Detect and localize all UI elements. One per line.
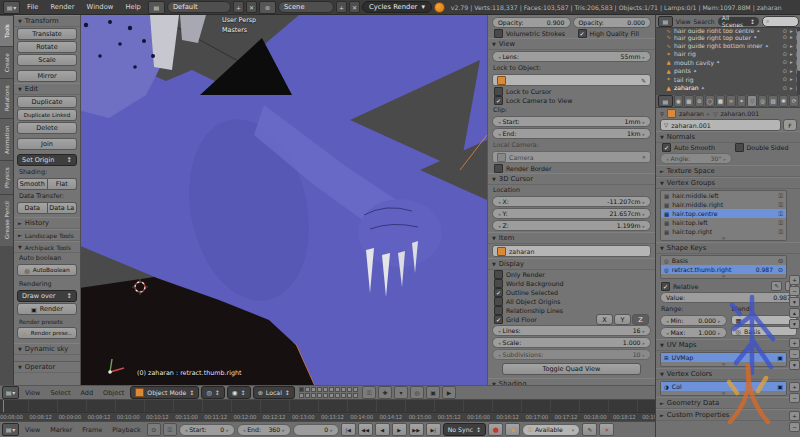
vertex-group-row[interactable]: ▦hair.top.left⚿ — [661, 218, 786, 227]
select-icon[interactable]: ▸ — [790, 85, 793, 91]
editor-type-3dview-icon[interactable]: ▤▾ — [2, 386, 19, 399]
outliner-row[interactable]: ✶hair rig ⊙▸▣ — [656, 50, 800, 58]
eyedropper-icon[interactable]: ✎ — [641, 77, 646, 84]
delete-keyframe-button[interactable]: ✕ — [599, 423, 614, 436]
render-border-checkbox[interactable]: ✓Render Border — [488, 164, 655, 173]
list-resize-grip[interactable]: ≡ — [661, 362, 786, 366]
grid-lines-field[interactable]: ◂ Lines:16 ▸ — [492, 325, 651, 336]
tab-particles[interactable]: ✺ — [779, 95, 789, 107]
mesh-name-field[interactable]: ▽zaharan.001 — [660, 119, 781, 131]
panel-display[interactable]: ▼Display — [488, 258, 655, 270]
auto-key-mode-button[interactable]: ◆ — [505, 423, 520, 436]
eye-icon[interactable]: ⊙ — [782, 28, 787, 33]
render-engine-selector[interactable]: Cycles Render▾ — [362, 1, 432, 13]
axis-x-button[interactable]: X — [596, 314, 613, 325]
lock-icon[interactable]: ⚿ — [362, 386, 376, 399]
operator-panel[interactable]: ▼Operator — [14, 361, 80, 373]
mute-icon[interactable]: ⊙ — [778, 266, 783, 273]
select-icon[interactable]: ▸ — [790, 76, 793, 82]
add-vgroup-button[interactable]: + — [789, 275, 800, 285]
snap-element-dropdown[interactable]: ▾ — [394, 386, 408, 399]
rotate-button[interactable]: Rotate — [17, 41, 77, 53]
outliner-row[interactable]: ▲mouth cavity✦ ⊙▸▣ — [656, 58, 800, 66]
lock-icon[interactable]: ⚿ — [778, 219, 783, 227]
panel-archipack-tools[interactable]: ▼Archipack Tools — [14, 241, 80, 253]
move-up-button[interactable]: ▴ — [789, 308, 800, 318]
timeline-tracks[interactable] — [0, 400, 655, 412]
remove-shapekey-button[interactable]: − — [789, 349, 800, 359]
remove-vgroup-button[interactable]: − — [789, 286, 800, 296]
cursor-y-field[interactable]: ◂ Y:21.657cm ▸ — [492, 208, 651, 219]
panel-3d-cursor[interactable]: ▼3D Cursor — [488, 173, 655, 185]
tab-render[interactable]: ◉ — [674, 95, 684, 107]
panel-view[interactable]: ▼View — [488, 38, 655, 50]
all-origins-checkbox[interactable]: ✓All Object Origins — [488, 297, 655, 306]
play-reverse-button[interactable]: ◀ — [375, 423, 390, 436]
scale-button[interactable]: Scale — [17, 54, 77, 66]
add-scene-button[interactable]: + — [336, 1, 347, 13]
menu-window[interactable]: Window — [82, 3, 119, 11]
tab-material[interactable]: ◎ — [758, 95, 768, 107]
fake-user-button[interactable]: F — [783, 119, 797, 131]
eye-icon[interactable]: ⊙ — [782, 68, 787, 74]
scene-selector[interactable]: Scene — [278, 1, 334, 13]
frame-start-field[interactable]: ◂ Start:0 ▸ — [179, 424, 235, 436]
shape-key-value-slider[interactable]: Value:0.987 — [660, 292, 797, 303]
frame-end-field[interactable]: ◂ End:360 ▸ — [237, 424, 291, 436]
menu-help[interactable]: Help — [120, 3, 146, 11]
range-max-field[interactable]: ◂ Max:1.000 ▸ — [660, 327, 727, 338]
render-opengl-anim-icon[interactable]: ▶ — [442, 386, 456, 399]
range-min-field[interactable]: ◂ Min:0.000 ▸ — [660, 315, 727, 326]
tab-texture[interactable]: ▨ — [768, 95, 778, 107]
eye-icon[interactable]: ⊙ — [782, 43, 787, 49]
relative-checkbox[interactable]: ✓ — [661, 282, 670, 291]
panel-normals[interactable]: ▼Normals — [656, 131, 800, 143]
jump-to-end-button[interactable]: ▶| — [426, 423, 441, 436]
outliner-row[interactable]: ∿hair guide right top outer✦ ⊙▸▣ — [656, 33, 800, 41]
add-uvmap-button[interactable]: + — [789, 382, 800, 392]
play-button[interactable]: ▶ — [392, 423, 407, 436]
lock-icon[interactable]: ⚿ — [778, 228, 783, 236]
panel-geometry-data[interactable]: ►Geometry Data — [656, 397, 800, 409]
insert-keyframe-button[interactable]: ✎ — [582, 423, 597, 436]
shade-smooth-button[interactable]: Smooth — [17, 178, 48, 190]
timeline-playhead[interactable] — [3, 400, 4, 412]
jump-to-start-button[interactable]: |◀ — [341, 423, 356, 436]
mirror-button[interactable]: Mirror — [17, 70, 77, 82]
menu-render[interactable]: Render — [45, 3, 79, 11]
breadcrumb-object[interactable]: zaharan — [679, 110, 704, 117]
pin-icon[interactable]: ⚲ — [660, 111, 664, 117]
close-layout-button[interactable]: ✕ — [246, 1, 257, 13]
outliner-row[interactable]: ▲pants✦ ⊙▸▣ — [656, 67, 800, 75]
auto-smooth-angle-field[interactable]: ◂ Angle:30° ▸ — [660, 153, 732, 164]
add-shapekey-button[interactable]: + — [789, 338, 800, 348]
toggle-quad-view-button[interactable]: Toggle Quad View — [502, 363, 641, 375]
panel-transform[interactable]: ▼Transform — [14, 15, 80, 27]
lock-camera-checkbox[interactable]: ✓Lock Camera to View — [488, 96, 655, 105]
outliner-row[interactable]: ✶tail rig ⊙▸▣ — [656, 75, 800, 83]
outline-selected-checkbox[interactable]: ✓Outline Selected — [488, 288, 655, 297]
tab-object[interactable]: ■ — [716, 95, 726, 107]
duplicate-button[interactable]: Duplicate — [17, 96, 77, 108]
lock-object-field[interactable]: ✎ — [492, 74, 651, 86]
tab-relations[interactable]: Relations — [0, 78, 13, 118]
world-background-checkbox[interactable]: ✓World Background — [488, 279, 655, 288]
eye-icon[interactable]: ⊙ — [782, 76, 787, 82]
gp-opacity-slider[interactable]: Opacity:0.900 — [492, 17, 571, 28]
tab-render-layers[interactable]: ▦ — [684, 95, 694, 107]
cursor-z-field[interactable]: ◂ Z:1.199m ▸ — [492, 220, 651, 231]
scene-icon[interactable]: ⊚ — [259, 1, 276, 14]
vertex-group-row-active[interactable]: ▦hair.top.centre⚿ — [661, 209, 786, 218]
high-quality-fill-checkbox[interactable]: ✓High Quality Fill — [572, 29, 656, 38]
viewport-menu-select[interactable]: Select — [46, 389, 74, 397]
viewport-menu-object[interactable]: Object — [99, 389, 128, 397]
axis-z-button[interactable]: Z — [632, 314, 649, 325]
panel-uv-maps[interactable]: ▼UV Maps — [656, 339, 800, 351]
list-resize-grip[interactable]: ≡ — [661, 391, 786, 395]
jump-to-next-keyframe-button[interactable]: ▶▶ — [409, 423, 424, 436]
timeline-ruler[interactable]: 00:08:0000:08:1200:09:0000:09:1200:10:00… — [0, 412, 655, 421]
panel-dynamic-sky[interactable]: ▼Dynamic sky — [14, 343, 80, 355]
select-icon[interactable]: ▸ — [790, 28, 793, 33]
keying-set-dropdown[interactable]: ⚿ Available▾ — [522, 424, 580, 436]
duplicate-linked-button[interactable]: Duplicate Linked — [17, 109, 77, 121]
